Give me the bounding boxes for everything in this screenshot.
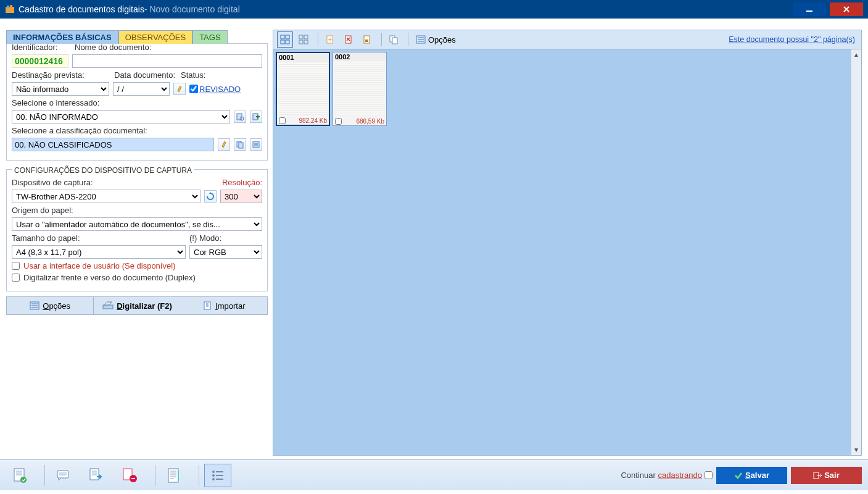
docname-label: Nome do documento: (75, 43, 262, 52)
left-tabs: INFORMAÇÕES BÁSICAS OBSERVAÇÕES TAGS (6, 30, 268, 43)
use-ui-checkbox[interactable] (12, 262, 20, 270)
thumbnail-select-checkbox[interactable] (335, 118, 342, 125)
svg-rect-13 (281, 35, 284, 39)
thumbnail-select-checkbox[interactable] (279, 117, 286, 124)
svg-point-36 (212, 471, 215, 473)
footer-doccheck-button[interactable] (6, 464, 33, 487)
docdate-select[interactable]: / / (113, 82, 170, 96)
svg-rect-1 (7, 6, 9, 8)
app-icon (5, 4, 15, 14)
interested-select[interactable]: 00. NÃO INFORMADO (12, 110, 230, 124)
thumbnail-preview (334, 62, 385, 116)
use-ui-label: Usar a interface de usuário (Se disponív… (23, 261, 175, 270)
minimize-button[interactable] (793, 2, 826, 16)
docdate-label: Data documento: (114, 70, 175, 80)
import-button[interactable]: Importar (181, 296, 268, 315)
destination-label: Destinação prevista: (12, 70, 85, 80)
capture-options-button[interactable]: OOpçõespções (6, 296, 94, 315)
classification-field[interactable] (12, 138, 214, 151)
browse-classification-button[interactable] (250, 138, 262, 151)
refresh-devices-button[interactable] (204, 190, 217, 203)
svg-rect-30 (57, 471, 68, 478)
scanner-icon (102, 301, 114, 310)
status-label: Status: (181, 70, 205, 80)
clear-date-button[interactable] (173, 83, 186, 95)
svg-point-29 (20, 477, 27, 483)
interested-label: Selecione o interessado: (12, 98, 99, 107)
svg-rect-2 (10, 5, 12, 8)
page-action-1-button[interactable] (322, 31, 338, 48)
svg-rect-12 (204, 302, 210, 309)
svg-rect-24 (365, 40, 368, 42)
status-revised-checkbox[interactable] (189, 85, 198, 93)
tab-observations[interactable]: OBSERVAÇÕES (118, 30, 193, 44)
list-icon (30, 301, 39, 311)
footer-bar: Continuar cadastrando Salvar Sair (0, 459, 868, 490)
classification-label: Selecione a classificação documental: (12, 126, 147, 135)
document-name-input[interactable] (72, 54, 262, 68)
svg-rect-17 (299, 35, 303, 39)
footer-comments-button[interactable] (50, 464, 77, 487)
grid-large-button[interactable] (296, 31, 312, 48)
destination-select[interactable]: Não informado (12, 82, 109, 96)
title-bar: Cadastro de documentos digitais - Novo d… (0, 0, 868, 19)
page-delete-button[interactable] (341, 31, 357, 48)
scroll-down-icon[interactable]: ▼ (851, 445, 861, 455)
exit-button[interactable]: Sair (791, 467, 862, 484)
mode-label: (!) Modo: (189, 233, 221, 243)
status-revised-link[interactable]: REVISADO (199, 85, 241, 94)
svg-rect-18 (304, 35, 308, 39)
continue-text: Continuar cadastrando (621, 471, 702, 480)
import-icon (202, 301, 212, 311)
capture-device-select[interactable]: TW-Brother ADS-2200 (12, 190, 200, 203)
resolution-select[interactable]: 300 (220, 190, 262, 203)
scrollbar[interactable]: ▲ ▼ (851, 49, 861, 455)
window-title: Cadastro de documentos digitais (19, 4, 144, 14)
svg-rect-34 (168, 469, 178, 482)
paper-size-select[interactable]: A4 (8,3 x 11,7 pol) (12, 245, 186, 259)
tab-basic-info[interactable]: INFORMAÇÕES BÁSICAS (6, 30, 118, 44)
clear-classification-button[interactable] (218, 138, 230, 151)
list-icon (416, 35, 426, 44)
identifier-value: 0000012416 (12, 54, 68, 68)
svg-rect-31 (90, 469, 99, 480)
duplex-checkbox[interactable] (12, 274, 20, 282)
grid-small-button[interactable] (277, 31, 293, 48)
page-thumbnail-2[interactable]: 0002 686,59 Kb (333, 52, 387, 126)
svg-rect-26 (392, 38, 397, 44)
footer-transfer-button[interactable] (83, 464, 110, 487)
pages-toolbar: Opções Este documento possui "2" página(… (273, 30, 862, 49)
footer-report-button[interactable] (160, 464, 188, 487)
pages-options-button[interactable]: Opções (412, 31, 460, 48)
svg-rect-11 (103, 305, 113, 309)
continue-checkbox[interactable] (705, 471, 713, 479)
scroll-up-icon[interactable]: ▲ (851, 49, 861, 60)
close-button[interactable] (830, 2, 863, 16)
svg-rect-14 (286, 35, 289, 39)
thumbnail-preview (278, 63, 328, 115)
continue-link[interactable]: cadastrando (658, 471, 702, 480)
page-copy-button[interactable] (386, 31, 402, 48)
thumbnails-panel: 0001 982,24 Kb 0002 686,59 Kb ▲ ▼ (273, 49, 862, 456)
save-button[interactable]: Salvar (716, 467, 787, 484)
page-thumbnail-1[interactable]: 0001 982,24 Kb (276, 52, 330, 126)
paper-origin-select[interactable]: Usar o "alimentador automático de docume… (12, 217, 262, 231)
page-action-3-button[interactable] (359, 31, 375, 48)
window-subtitle: - Novo documento digital (144, 4, 240, 14)
svg-point-37 (212, 474, 215, 477)
paper-origin-label: Origem do papel: (12, 206, 73, 215)
search-interested-button[interactable] (234, 111, 246, 123)
capture-legend: CONFIGURAÇÕES DO DISPOSITIVO DE CAPTURA (12, 166, 194, 175)
tab-tags[interactable]: TAGS (192, 30, 227, 44)
svg-rect-3 (806, 10, 812, 12)
svg-rect-19 (299, 40, 303, 44)
color-mode-select[interactable]: Cor RGB (189, 245, 262, 259)
footer-remove-button[interactable] (117, 464, 144, 487)
page-count-link[interactable]: Este documento possui "2" página(s) (729, 35, 855, 44)
copy-classification-button[interactable] (234, 138, 246, 151)
basic-info-panel: Identificador: Nome do documento: 000001… (6, 43, 268, 161)
digitize-button[interactable]: Digitalizar (F2) (94, 296, 180, 315)
add-interested-button[interactable] (250, 111, 262, 123)
footer-list-button[interactable] (204, 464, 231, 487)
svg-rect-35 (178, 471, 179, 480)
